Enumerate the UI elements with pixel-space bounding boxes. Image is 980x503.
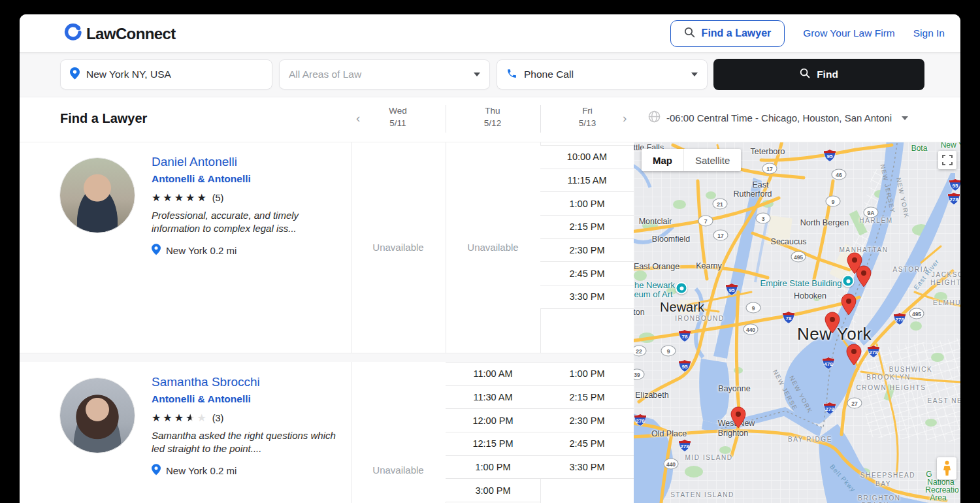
map-type-control: Map Satellite bbox=[642, 149, 741, 171]
lawyer-name-link[interactable]: Samantha Sbrocchi bbox=[152, 375, 348, 389]
lawyer-avatar[interactable] bbox=[59, 378, 135, 453]
route-shield: 7 bbox=[698, 216, 713, 227]
lawyer-firm-link[interactable]: Antonelli & Antonelli bbox=[152, 173, 348, 185]
map-label: Belt Pkwy bbox=[828, 463, 857, 494]
map-label: BROOKLYN bbox=[866, 374, 911, 381]
lawconnect-logo-icon bbox=[64, 24, 82, 44]
lawyer-avatar[interactable] bbox=[59, 157, 135, 233]
nav-links: Find a Lawyer Grow Your Law Firm Sign In bbox=[670, 14, 945, 52]
contact-method-select[interactable]: Phone Call bbox=[497, 59, 708, 89]
find-a-lawyer-label: Find a Lawyer bbox=[702, 27, 772, 39]
star-icon: ★ bbox=[197, 191, 208, 204]
day-header-wed: Wed5/11 bbox=[362, 105, 434, 129]
location-input[interactable]: New York NY, USA bbox=[60, 59, 272, 89]
map-label: NEW JERSEY bbox=[879, 163, 897, 214]
lawyer-firm-link[interactable]: Antonelli & Antonelli bbox=[152, 393, 348, 405]
time-slot-button[interactable]: 3:00 PM bbox=[446, 479, 540, 502]
brand-logo[interactable]: LawConnect bbox=[64, 24, 176, 44]
map-label: EAST NEW bbox=[928, 397, 960, 404]
map-label: Newark bbox=[660, 300, 704, 315]
top-nav: LawConnect Find a Lawyer Grow Your Law F… bbox=[20, 14, 960, 53]
unavailable-label: Unavailable bbox=[446, 142, 540, 353]
page-title: Find a Lawyer bbox=[60, 111, 147, 126]
time-slot-button[interactable]: 1:00 PM bbox=[540, 363, 634, 386]
map-panel[interactable]: Little FallsTeterboroEastRutherfordMontc… bbox=[634, 142, 960, 503]
star-icon: ★ bbox=[152, 412, 163, 424]
map-pin-icon[interactable] bbox=[825, 312, 840, 336]
map-label: Bloomfield bbox=[652, 235, 690, 244]
poi-marker-icon[interactable] bbox=[676, 282, 688, 295]
location-text: New York 0.2 mi bbox=[166, 465, 237, 476]
svg-text:278: 278 bbox=[825, 406, 834, 412]
area-of-law-select[interactable]: All Areas of Law bbox=[279, 59, 490, 89]
prev-days-button[interactable]: ‹ bbox=[356, 111, 360, 125]
location-value: New York NY, USA bbox=[86, 69, 171, 80]
time-slot-button[interactable]: 2:30 PM bbox=[540, 409, 634, 432]
sign-in-link[interactable]: Sign In bbox=[913, 27, 945, 39]
pegman-control[interactable] bbox=[937, 457, 956, 479]
svg-text:95: 95 bbox=[729, 287, 735, 293]
star-icon: ★ bbox=[174, 191, 186, 204]
route-shield: 278 bbox=[634, 414, 648, 427]
lawconnect-page: LawConnect Find a Lawyer Grow Your Law F… bbox=[20, 14, 960, 503]
day-header-thu: Thu5/12 bbox=[457, 105, 529, 129]
timezone-select[interactable]: -06:00 Central Time - Chicago, Houston, … bbox=[648, 110, 908, 125]
map-label: NEW YORK bbox=[895, 177, 911, 219]
route-shield: 22 bbox=[634, 346, 647, 357]
svg-text:78: 78 bbox=[786, 316, 792, 321]
time-slot-button[interactable]: 2:15 PM bbox=[540, 216, 634, 239]
map-pin-icon[interactable] bbox=[856, 265, 872, 290]
route-shield: 95 bbox=[679, 360, 691, 372]
time-slot-button[interactable]: 10:00 AM bbox=[540, 146, 634, 169]
time-slot-button[interactable]: 2:30 PM bbox=[540, 239, 634, 263]
chevron-down-icon bbox=[691, 73, 698, 76]
map-pin-icon[interactable] bbox=[841, 293, 857, 318]
rating-stars: ★★★★★(5) bbox=[152, 191, 348, 204]
time-slot-button[interactable]: 1:00 PM bbox=[446, 456, 540, 479]
time-slot-button[interactable]: 11:00 AM bbox=[446, 363, 540, 386]
stage: LawConnect Find a Lawyer Grow Your Law F… bbox=[0, 0, 980, 503]
satellite-view-button[interactable]: Satellite bbox=[683, 149, 741, 171]
time-slot-button[interactable]: 12:00 PM bbox=[446, 409, 540, 432]
find-a-lawyer-nav-button[interactable]: Find a Lawyer bbox=[670, 20, 785, 47]
map-pin-icon[interactable] bbox=[730, 406, 746, 431]
svg-text:278: 278 bbox=[869, 349, 878, 355]
chevron-down-icon bbox=[902, 116, 908, 120]
route-shield: 495 bbox=[791, 252, 806, 263]
route-shield: 46 bbox=[832, 169, 847, 180]
route-shield: 9 bbox=[661, 346, 676, 357]
time-slot-button[interactable]: 11:30 AM bbox=[446, 386, 540, 410]
lawyer-location: New York 0.2 mi bbox=[152, 244, 348, 257]
review-count: (3) bbox=[212, 413, 224, 423]
timezone-value: -06:00 Central Time - Chicago, Houston, … bbox=[666, 112, 892, 123]
time-slot-button[interactable]: 11:15 AM bbox=[540, 169, 634, 193]
availability-wed: Unavailable bbox=[351, 362, 446, 503]
route-shield: 495 bbox=[909, 308, 924, 319]
map-label: Bota bbox=[911, 144, 928, 153]
star-icon: ★ bbox=[163, 412, 174, 424]
svg-text:278: 278 bbox=[636, 418, 645, 424]
time-slot-button[interactable]: 3:30 PM bbox=[540, 456, 634, 479]
map-label: Teterboro bbox=[751, 147, 785, 156]
time-slot-button[interactable]: 2:15 PM bbox=[540, 386, 634, 410]
map-label: East bbox=[752, 180, 768, 189]
route-shield: 78 bbox=[679, 330, 691, 342]
map-label: Empire State Building bbox=[760, 278, 841, 288]
time-slot-button[interactable]: 2:45 PM bbox=[540, 262, 634, 285]
map-pin-icon[interactable] bbox=[846, 344, 862, 368]
time-slot-button[interactable]: 1:00 PM bbox=[540, 192, 634, 216]
svg-text:278: 278 bbox=[680, 444, 689, 449]
review-snippet: Professional, accurate, and timely infor… bbox=[152, 209, 342, 235]
next-days-button[interactable]: › bbox=[623, 111, 627, 125]
grow-your-law-firm-link[interactable]: Grow Your Law Firm bbox=[803, 27, 894, 39]
find-button[interactable]: Find bbox=[713, 59, 924, 90]
time-slot-button[interactable]: 2:45 PM bbox=[540, 432, 634, 456]
fullscreen-button[interactable] bbox=[938, 151, 956, 169]
star-icon: ★ bbox=[152, 191, 163, 204]
map-view-button[interactable]: Map bbox=[642, 149, 683, 171]
route-shield: 17 bbox=[713, 230, 728, 241]
lawyer-name-link[interactable]: Daniel Antonelli bbox=[152, 155, 348, 169]
time-slot-button[interactable]: 3:30 PM bbox=[540, 285, 634, 309]
map-label: BAY RIDGE bbox=[788, 436, 832, 443]
time-slot-button[interactable]: 12:15 PM bbox=[446, 432, 540, 456]
